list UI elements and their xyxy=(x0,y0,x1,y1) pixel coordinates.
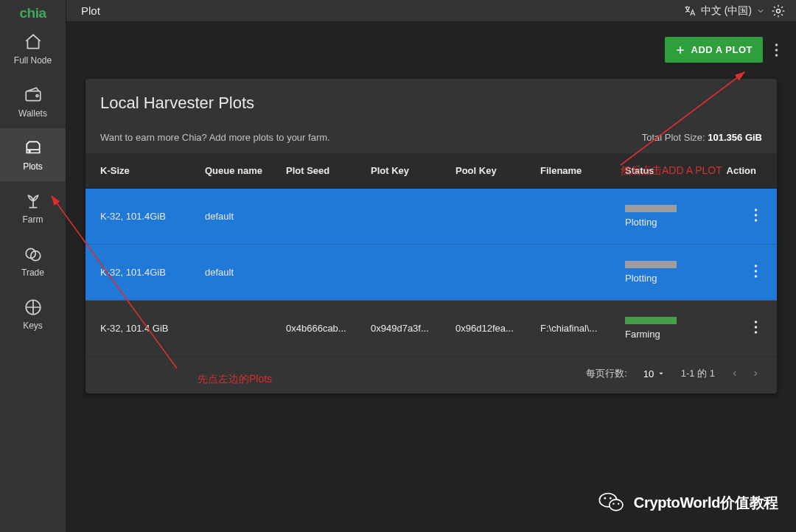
svg-point-1 xyxy=(36,95,38,97)
next-page-button[interactable] xyxy=(752,368,759,379)
rows-per-page-select[interactable]: 10 xyxy=(643,368,665,379)
svg-point-23 xyxy=(609,500,622,511)
plus-icon xyxy=(675,45,685,55)
svg-point-16 xyxy=(755,275,758,278)
col-status: Status xyxy=(616,153,697,189)
cell-queue xyxy=(196,301,277,357)
sidebar-item-label: Keys xyxy=(23,321,43,331)
svg-point-14 xyxy=(755,265,758,267)
svg-point-27 xyxy=(618,503,619,505)
cell-seed xyxy=(277,189,362,245)
translate-icon xyxy=(683,4,696,18)
cell-seed: 0x4b666cab... xyxy=(277,301,362,357)
table-row[interactable]: K-32, 101.4 GiB0x4b666cab...0x949d7a3f..… xyxy=(85,301,777,357)
trade-icon xyxy=(23,244,43,265)
prev-page-button[interactable] xyxy=(731,368,739,379)
sidebar-item-full-node[interactable]: Full Node xyxy=(0,22,66,75)
svg-point-25 xyxy=(610,497,612,500)
sidebar-item-label: Wallets xyxy=(18,108,47,119)
home-icon xyxy=(23,32,43,52)
cell-status: Plotting xyxy=(616,189,697,245)
sidebar-item-label: Full Node xyxy=(14,55,52,66)
card-title: Local Harvester Plots xyxy=(85,94,777,113)
language-selector[interactable]: 中文 (中国) xyxy=(683,4,765,18)
svg-point-11 xyxy=(755,209,758,211)
col-action: Action xyxy=(697,153,777,189)
watermark-text: CryptoWorld价值教程 xyxy=(634,493,778,513)
local-harvester-card: Local Harvester Plots Want to earn more … xyxy=(85,79,777,393)
svg-point-26 xyxy=(612,503,614,505)
cell-ksize: K-32, 101.4GiB xyxy=(85,245,196,301)
plant-icon xyxy=(23,191,43,211)
cell-pool xyxy=(447,245,531,301)
col-pool: Pool Key xyxy=(447,153,531,189)
row-menu-button[interactable] xyxy=(754,209,758,222)
table-row[interactable]: K-32, 101.4GiBdefaultPlotting xyxy=(85,189,777,245)
col-ksize: K-Size xyxy=(85,153,196,189)
col-file: Filename xyxy=(531,153,616,189)
row-menu-button[interactable] xyxy=(754,321,758,334)
col-key: Plot Key xyxy=(362,153,447,189)
sidebar: chia Full Node Wallets Plots xyxy=(0,0,66,532)
cell-queue: default xyxy=(196,189,277,245)
sidebar-item-farm[interactable]: Farm xyxy=(0,181,66,234)
svg-point-18 xyxy=(755,326,758,329)
cell-status: Farming xyxy=(616,301,697,357)
cell-key xyxy=(362,189,447,245)
sidebar-item-label: Trade xyxy=(21,267,44,278)
plots-menu-button[interactable] xyxy=(772,41,781,60)
wallet-icon xyxy=(23,85,43,105)
svg-point-19 xyxy=(755,331,758,334)
cell-file: F:\chiafinal\... xyxy=(531,301,616,357)
svg-point-17 xyxy=(755,321,758,323)
sidebar-item-plots[interactable]: Plots xyxy=(0,128,66,181)
page-title: Plot xyxy=(81,4,100,17)
table-pagination: 每页行数: 10 1-1 的 1 xyxy=(85,357,777,385)
watermark: CryptoWorld价值教程 xyxy=(597,488,778,517)
cell-ksize: K-32, 101.4GiB xyxy=(85,189,196,245)
card-hint: Want to earn more Chia? Add more plots t… xyxy=(100,132,330,143)
svg-point-8 xyxy=(775,43,778,46)
sidebar-item-label: Farm xyxy=(23,214,43,225)
rows-per-page-label: 每页行数: xyxy=(586,367,627,380)
topbar: Plot 中文 (中国) xyxy=(66,0,796,22)
sidebar-item-label: Plots xyxy=(23,161,43,172)
cell-key xyxy=(362,245,447,301)
page-range: 1-1 的 1 xyxy=(681,367,715,380)
chevron-down-icon xyxy=(756,7,765,15)
cell-ksize: K-32, 101.4 GiB xyxy=(85,301,196,357)
cell-pool xyxy=(447,189,531,245)
cell-pool: 0x96d12fea... xyxy=(447,301,531,357)
main: Plot 中文 (中国) xyxy=(66,0,796,532)
svg-point-15 xyxy=(755,270,758,273)
add-plot-button[interactable]: ADD A PLOT xyxy=(665,37,763,63)
disk-icon xyxy=(23,138,43,158)
col-seed: Plot Seed xyxy=(277,153,362,189)
svg-point-3 xyxy=(29,150,30,152)
svg-point-12 xyxy=(755,214,758,217)
plots-table: K-Size Queue name Plot Seed Plot Key Poo… xyxy=(85,153,777,357)
svg-point-10 xyxy=(775,54,778,57)
cell-file xyxy=(531,245,616,301)
row-menu-button[interactable] xyxy=(754,265,758,278)
sidebar-item-keys[interactable]: Keys xyxy=(0,287,66,340)
keys-icon xyxy=(23,297,43,318)
svg-point-24 xyxy=(604,497,606,500)
sidebar-item-trade[interactable]: Trade xyxy=(0,234,66,287)
wechat-icon xyxy=(597,488,626,517)
table-row[interactable]: K-32, 101.4GiBdefaultPlotting xyxy=(85,245,777,301)
cell-seed xyxy=(277,245,362,301)
sidebar-item-wallets[interactable]: Wallets xyxy=(0,75,66,128)
logo: chia xyxy=(0,0,66,22)
settings-button[interactable] xyxy=(771,4,786,18)
total-plot-size: Total Plot Size: 101.356 GiB xyxy=(642,132,762,143)
cell-key: 0x949d7a3f... xyxy=(362,301,447,357)
cell-status: Plotting xyxy=(616,245,697,301)
col-queue: Queue name xyxy=(196,153,277,189)
svg-point-7 xyxy=(777,9,781,13)
sidebar-nav: Full Node Wallets Plots Farm xyxy=(0,22,66,340)
svg-point-9 xyxy=(775,49,778,52)
cell-queue: default xyxy=(196,245,277,301)
add-plot-label: ADD A PLOT xyxy=(691,44,753,55)
svg-point-13 xyxy=(755,219,758,222)
